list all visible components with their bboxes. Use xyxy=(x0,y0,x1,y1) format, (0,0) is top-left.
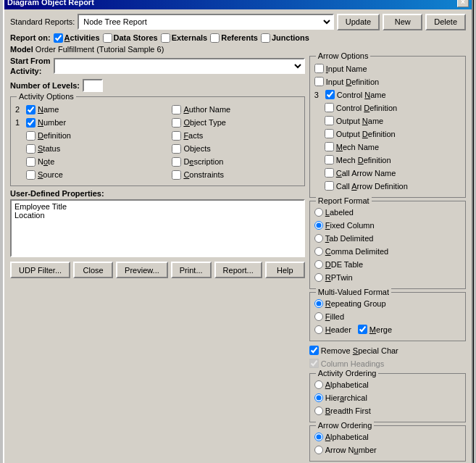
udp-filter-button[interactable]: UDP Filter... xyxy=(10,262,70,278)
standard-reports-dropdown[interactable]: Node Tree Report xyxy=(78,14,333,30)
activity-objects-row: Objects xyxy=(161,142,299,155)
rf-fixed-row: Fixed Column xyxy=(314,219,461,232)
ao-mech-def-checkbox[interactable] xyxy=(325,155,334,164)
close-dialog-button[interactable]: Close xyxy=(73,262,113,278)
ao-output-name-checkbox[interactable] xyxy=(325,116,334,125)
help-button[interactable]: Help xyxy=(265,262,305,278)
activities-checkbox-label: Activities xyxy=(54,33,100,43)
rf-tab-row: Tab Delimited xyxy=(314,232,461,245)
udp-label: User-Defined Properties: xyxy=(10,189,305,198)
rf-rpttwin-radio[interactable] xyxy=(314,273,323,282)
number-of-levels-input[interactable] xyxy=(83,79,103,92)
mv-filled-label: Filled xyxy=(325,312,344,321)
activity-options-title: Activity Options xyxy=(17,92,76,101)
datastores-checkbox[interactable] xyxy=(103,33,112,43)
arrow-options-box: Arrow Options Input Name Input Definitio… xyxy=(309,56,466,198)
ao-control-name-row: 3 Control Name xyxy=(314,88,461,101)
ao-output-name-label: Output Name xyxy=(336,117,383,125)
number-of-levels-label: Number of Levels: xyxy=(10,81,80,90)
activity-objects-checkbox[interactable] xyxy=(172,144,181,154)
arword-num-radio[interactable] xyxy=(314,446,323,454)
model-value: Order Fulfillment (Tutorial Sample 6) xyxy=(36,45,164,54)
activity-source-checkbox[interactable] xyxy=(26,170,36,180)
standard-reports-label: Standard Reports: xyxy=(10,17,75,26)
rf-dde-radio[interactable] xyxy=(314,260,323,269)
referents-checkbox-label: Referents xyxy=(210,33,258,43)
mv-merge-checkbox[interactable] xyxy=(358,325,367,334)
rf-fixed-radio[interactable] xyxy=(314,221,323,230)
mv-header-radio[interactable] xyxy=(314,325,323,334)
ao-mech-def-row: Mech Definition xyxy=(314,154,461,167)
mv-repeating-radio[interactable] xyxy=(314,299,323,308)
activity-number-label: Number xyxy=(38,118,66,127)
column-headings-checkbox[interactable] xyxy=(309,359,319,368)
activity-definition-label: Definition xyxy=(38,131,71,140)
print-button[interactable]: Print... xyxy=(171,262,212,278)
activity-description-row: Description xyxy=(161,155,299,168)
activity-facts-label: Facts xyxy=(183,131,203,140)
activities-checkbox[interactable] xyxy=(54,33,63,43)
externals-label: Externals xyxy=(172,33,208,42)
arword-alpha-radio[interactable] xyxy=(314,433,323,441)
activity-definition-row: Definition xyxy=(15,129,154,142)
activity-facts-row: Facts xyxy=(161,129,299,142)
activity-description-checkbox[interactable] xyxy=(172,157,181,167)
preview-button[interactable]: Preview... xyxy=(116,262,168,278)
actord-hier-radio[interactable] xyxy=(314,393,323,402)
externals-checkbox[interactable] xyxy=(161,33,170,43)
activity-status-checkbox[interactable] xyxy=(26,144,36,154)
actord-breadth-radio[interactable] xyxy=(314,406,323,415)
update-button[interactable]: Update xyxy=(337,14,380,30)
rf-labeled-radio[interactable] xyxy=(314,208,323,217)
activity-definition-checkbox[interactable] xyxy=(26,131,36,141)
ao-call-def-checkbox[interactable] xyxy=(325,181,334,191)
referents-label: Referents xyxy=(221,33,258,42)
activity-facts-checkbox[interactable] xyxy=(172,131,181,141)
activity-note-row: Note xyxy=(15,155,154,168)
activity-note-checkbox[interactable] xyxy=(26,157,36,167)
activity-constraints-checkbox[interactable] xyxy=(172,170,181,180)
ao-call-name-checkbox[interactable] xyxy=(325,168,334,178)
junctions-checkbox[interactable] xyxy=(261,33,270,43)
rf-tab-label: Tab Delimited xyxy=(325,234,374,243)
ao-mech-name-checkbox[interactable] xyxy=(325,142,334,151)
rf-comma-radio[interactable] xyxy=(314,247,323,256)
activity-objects-label: Objects xyxy=(183,144,210,153)
remove-special-checkbox[interactable] xyxy=(309,346,319,355)
multi-valued-title: Multi-Valued Format xyxy=(316,288,391,296)
rf-tab-radio[interactable] xyxy=(314,234,323,243)
ao-control-name-label: Control Name xyxy=(337,91,386,99)
ao-input-def-row: Input Definition xyxy=(314,75,461,88)
new-button[interactable]: New xyxy=(383,14,422,30)
ao-mech-def-label: Mech Definition xyxy=(336,156,391,164)
junctions-label: Junctions xyxy=(272,33,309,42)
actord-alpha-radio[interactable] xyxy=(314,380,323,389)
start-from-dropdown[interactable] xyxy=(54,58,305,74)
ao-mech-name-label: Mech Name xyxy=(336,143,379,151)
activity-objecttype-checkbox[interactable] xyxy=(172,118,181,128)
close-button[interactable]: × xyxy=(457,0,469,7)
activity-number-checkbox[interactable] xyxy=(26,118,36,128)
remove-special-row: Remove Special Char xyxy=(309,344,466,357)
rf-rpttwin-row: RPTwin xyxy=(314,271,461,284)
ao-control-name-checkbox[interactable] xyxy=(325,90,335,99)
ao-output-def-checkbox[interactable] xyxy=(325,129,334,138)
ao-mech-name-row: Mech Name xyxy=(314,141,461,154)
referents-checkbox[interactable] xyxy=(210,33,220,43)
actord-alpha-row: Alphabetical xyxy=(314,378,461,391)
actord-alpha-label: Alphabetical xyxy=(325,380,369,389)
report-on-label: Report on: xyxy=(10,33,51,42)
ao-input-def-checkbox[interactable] xyxy=(314,77,324,86)
activity-options-box: Activity Options 2 Name 1 xyxy=(10,96,305,186)
remove-special-label: Remove Special Char xyxy=(321,346,398,355)
report-button[interactable]: Report... xyxy=(214,262,262,278)
activity-ordering-box: Activity Ordering Alphabetical Hierarchi… xyxy=(309,373,466,422)
ao-input-name-checkbox[interactable] xyxy=(314,64,324,73)
title-bar: Diagram Object Report × xyxy=(4,0,472,9)
ao-control-def-checkbox[interactable] xyxy=(325,103,334,112)
activity-author-row: Author Name xyxy=(161,103,299,116)
delete-button[interactable]: Delete xyxy=(425,14,466,30)
mv-filled-radio[interactable] xyxy=(314,312,323,321)
activity-author-checkbox[interactable] xyxy=(172,105,181,114)
activity-name-checkbox[interactable] xyxy=(26,105,36,114)
